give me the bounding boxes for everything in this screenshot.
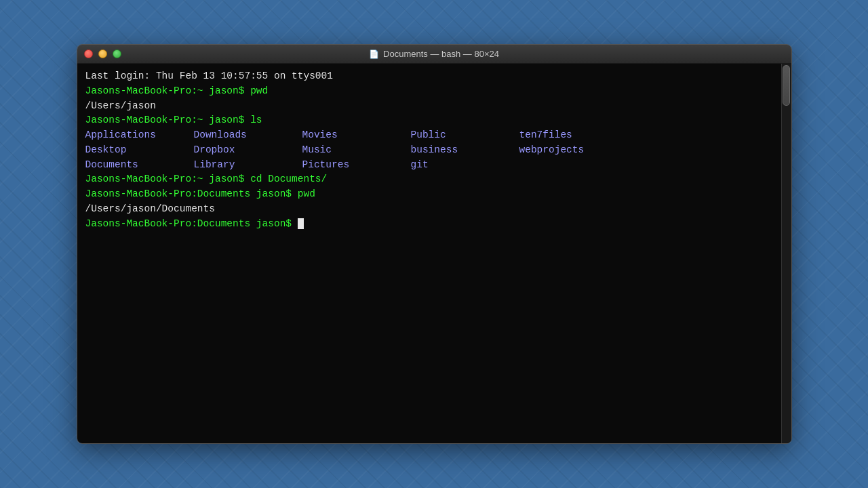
terminal-line-2: Jasons-MacBook-Pro:~ jason$ ls xyxy=(85,113,773,128)
traffic-lights xyxy=(84,49,121,58)
ls-item-ten7files: ten7files xyxy=(519,128,628,143)
terminal-line-1: Jasons-MacBook-Pro:~ jason$ pwd xyxy=(85,84,773,99)
ls-item-downloads: Downloads xyxy=(194,128,302,143)
cursor xyxy=(298,218,304,229)
window-icon: 📄 xyxy=(369,49,379,59)
ls-item-movies: Movies xyxy=(302,128,411,143)
ls-item-music: Music xyxy=(302,143,411,158)
ls-item-desktop: Desktop xyxy=(85,143,194,158)
terminal-window: 📄Documents — bash — 80×24 Last login: Th… xyxy=(77,44,792,444)
ls-item-documents: Documents xyxy=(85,158,194,173)
titlebar: 📄Documents — bash — 80×24 xyxy=(77,45,791,64)
login-line: Last login: Thu Feb 13 10:57:55 on ttys0… xyxy=(85,69,773,84)
close-button[interactable] xyxy=(84,49,93,58)
ls-item-git: git xyxy=(411,158,519,173)
ls-item-empty xyxy=(519,158,628,173)
ls-item-applications: Applications xyxy=(85,128,194,143)
terminal-line-4: Jasons-MacBook-Pro:Documents jason$ pwd xyxy=(85,187,773,202)
terminal-body[interactable]: Last login: Thu Feb 13 10:57:55 on ttys0… xyxy=(77,64,791,443)
terminal-line-3: Jasons-MacBook-Pro:~ jason$ cd Documents… xyxy=(85,172,773,187)
ls-item-pictures: Pictures xyxy=(302,158,411,173)
terminal-output-2: /Users/jason/Documents xyxy=(85,202,773,217)
terminal-current-prompt[interactable]: Jasons-MacBook-Pro:Documents jason$ xyxy=(85,217,773,232)
ls-item-public: Public xyxy=(411,128,519,143)
maximize-button[interactable] xyxy=(113,49,121,58)
ls-item-webprojects: webprojects xyxy=(519,143,628,158)
scrollbar[interactable] xyxy=(781,64,791,443)
minimize-button[interactable] xyxy=(98,49,107,58)
window-title: 📄Documents — bash — 80×24 xyxy=(369,49,499,59)
ls-item-dropbox: Dropbox xyxy=(194,143,302,158)
scrollbar-thumb[interactable] xyxy=(783,65,790,106)
ls-item-business: business xyxy=(411,143,519,158)
terminal-output-1: /Users/jason xyxy=(85,99,773,114)
ls-output: Applications Downloads Movies Public ten… xyxy=(85,128,773,172)
ls-item-library: Library xyxy=(194,158,302,173)
